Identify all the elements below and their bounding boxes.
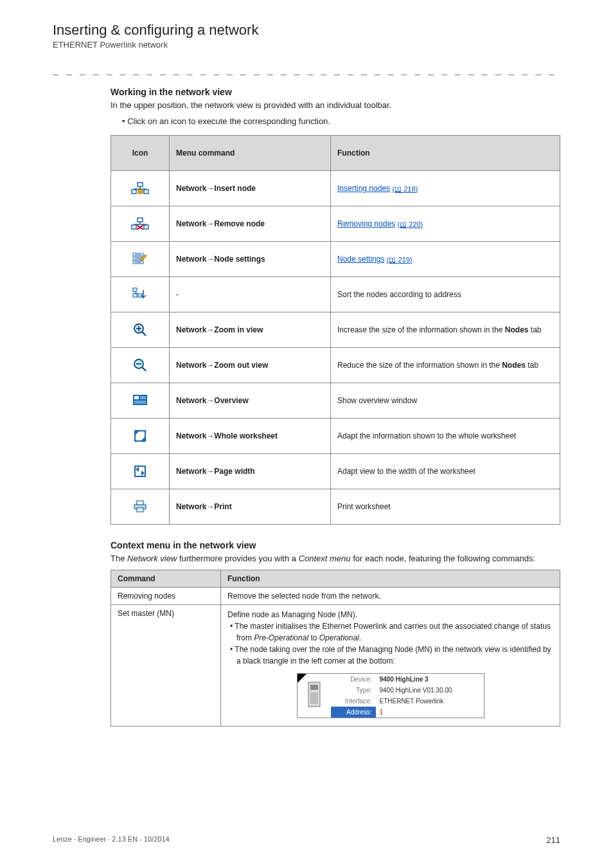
svg-rect-39 <box>136 467 145 476</box>
th-icon: Icon <box>111 136 170 171</box>
table-row: Network→Zoom in view Increase the size o… <box>111 312 560 348</box>
svg-rect-3 <box>132 190 136 194</box>
svg-rect-6 <box>138 218 143 222</box>
zoom-out-icon <box>111 348 170 383</box>
device-iface-label: Interface: <box>331 696 376 707</box>
link-inserting-nodes[interactable]: Inserting nodes <box>337 184 390 193</box>
svg-line-29 <box>142 367 146 371</box>
function-cell: Adapt view to the width of the worksheet <box>331 454 560 489</box>
print-icon <box>111 489 170 525</box>
svg-line-25 <box>142 332 146 336</box>
svg-rect-19 <box>133 288 137 291</box>
menu-command: Network→Whole worksheet <box>170 419 331 454</box>
page-ref[interactable]: (🕮 218) <box>392 185 418 193</box>
svg-rect-22 <box>133 294 137 297</box>
function-cell: Increase the size of the information sho… <box>331 312 560 348</box>
page-title: Inserting & configuring a network <box>53 22 560 39</box>
link-node-settings[interactable]: Node settings <box>337 255 384 264</box>
footer: Lenze · Engineer · 2.13 EN - 10/2014 211 <box>53 835 560 845</box>
remove-node-icon <box>111 206 170 242</box>
menu-command: Network→Overview <box>170 383 331 419</box>
table-row: Network→Node settings Node settings (🕮 2… <box>111 242 560 277</box>
svg-rect-46 <box>310 685 318 690</box>
table-row: Network→Page width Adapt view to the wid… <box>111 454 560 489</box>
page-ref[interactable]: (🕮 220) <box>397 221 423 228</box>
svg-rect-33 <box>140 396 146 399</box>
master-triangle-icon <box>298 674 306 683</box>
device-type-value: 9400 HighLine V01.30.00 <box>376 685 484 696</box>
bullet-working: • Click on an icon to execute the corres… <box>122 116 560 126</box>
menu-command: Network→Print <box>170 489 331 525</box>
overview-icon <box>111 383 170 419</box>
device-card: Device: 9400 HighLine 3 Type: 9400 HighL… <box>297 673 484 718</box>
svg-rect-32 <box>134 396 139 399</box>
svg-rect-0 <box>138 183 143 186</box>
svg-rect-4 <box>138 190 143 194</box>
table-row: - Sort the nodes according to address <box>111 277 560 312</box>
menu-command: Network→Zoom out view <box>170 348 331 383</box>
menu-command: Network→Zoom in view <box>170 312 331 348</box>
function-cell: Sort the nodes according to address <box>331 277 560 312</box>
svg-rect-10 <box>144 225 148 229</box>
svg-rect-44 <box>137 508 143 512</box>
th-menu: Menu command <box>170 136 331 171</box>
svg-rect-5 <box>144 190 148 194</box>
th-function: Function <box>221 570 560 588</box>
function-cell: Define node as Managing Node (MN). • The… <box>221 605 560 727</box>
whole-worksheet-icon <box>111 419 170 454</box>
page-subtitle: ETHERNET Powerlink network <box>53 40 560 50</box>
function-cell: Show overview window <box>331 383 560 419</box>
table-row: Network→Insert node Inserting nodes (🕮 2… <box>111 171 560 206</box>
table-row: Removing nodes Remove the selected node … <box>111 588 560 605</box>
paragraph-context-intro: The Network view furthermore provides yo… <box>111 553 560 565</box>
th-command: Command <box>111 570 221 588</box>
insert-node-icon <box>111 171 170 206</box>
svg-rect-43 <box>137 501 143 505</box>
command-table: Command Function Removing nodes Remove t… <box>111 570 560 727</box>
svg-rect-47 <box>310 692 318 704</box>
svg-rect-34 <box>134 401 146 404</box>
heading-context: Context menu in the network view <box>111 540 560 550</box>
command-cell: Removing nodes <box>111 588 221 605</box>
page-ref[interactable]: (🕮 219) <box>387 256 413 264</box>
function-cell: Reduce the size of the information shown… <box>331 348 560 383</box>
function-cell: Remove the selected node from the networ… <box>221 588 560 605</box>
menu-command: Network→Node settings <box>170 242 331 277</box>
heading-working: Working in the network view <box>111 87 560 97</box>
link-removing-nodes[interactable]: Removing nodes <box>337 219 395 228</box>
function-cell: Removing nodes (🕮 220) <box>331 206 560 242</box>
table-row: Network→Whole worksheet Adapt the inform… <box>111 419 560 454</box>
page-number: 211 <box>546 835 560 845</box>
page-width-icon <box>111 454 170 489</box>
menu-command: - <box>170 277 331 312</box>
table-row: Network→Remove node Removing nodes (🕮 22… <box>111 206 560 242</box>
menu-command: Network→Insert node <box>170 171 331 206</box>
device-name-value: 9400 HighLine 3 <box>376 674 484 685</box>
th-function: Function <box>331 136 560 171</box>
paragraph-working-intro: In the upper position, the network view … <box>111 100 560 111</box>
device-iface-value: ETHERNET Powerlink <box>376 696 484 707</box>
function-cell: Node settings (🕮 219) <box>331 242 560 277</box>
node-settings-icon <box>111 242 170 277</box>
device-type-label: Type: <box>331 685 376 696</box>
icon-table: Icon Menu command Function <box>111 135 560 525</box>
command-cell: Set master (MN) <box>111 605 221 727</box>
menu-command: Network→Remove node <box>170 206 331 242</box>
divider-dash: _ _ _ _ _ _ _ _ _ _ _ _ _ _ _ _ _ _ _ _ … <box>53 64 560 75</box>
sort-nodes-icon <box>111 277 170 312</box>
function-cell: Adapt the information shown to the whole… <box>331 419 560 454</box>
table-row: Network→Zoom out view Reduce the size of… <box>111 348 560 383</box>
table-row: Network→Print Print worksheet <box>111 489 560 525</box>
zoom-in-icon <box>111 312 170 348</box>
device-addr-label: Address: <box>331 707 376 718</box>
table-row: Network→Overview Show overview window <box>111 383 560 419</box>
table-row: Set master (MN) Define node as Managing … <box>111 605 560 727</box>
function-cell: Inserting nodes (🕮 218) <box>331 171 560 206</box>
footer-text: Lenze · Engineer · 2.13 EN - 10/2014 <box>53 835 170 843</box>
svg-rect-9 <box>132 225 136 229</box>
device-name-label: Device: <box>331 674 376 685</box>
function-cell: Print worksheet <box>331 489 560 525</box>
device-addr-value: 1 <box>376 707 484 718</box>
menu-command: Network→Page width <box>170 454 331 489</box>
